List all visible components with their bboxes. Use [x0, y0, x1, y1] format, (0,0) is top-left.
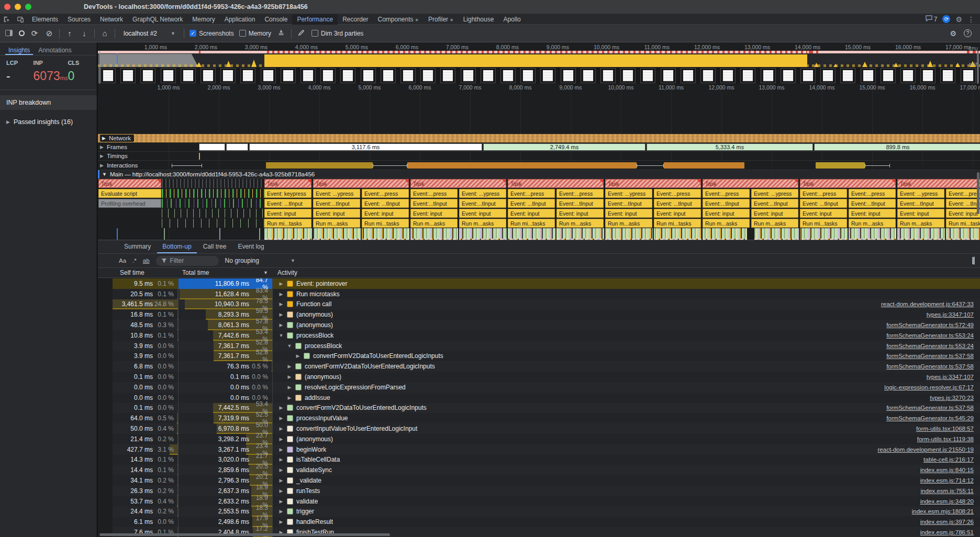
screenshot-thumbnail[interactable] — [400, 68, 416, 83]
source-location-link[interactable]: table-cell.js:216:17 — [923, 456, 974, 463]
flame-bar-event[interactable]: Event:...tInput — [459, 199, 506, 208]
detail-tab-event-log[interactable]: Event log — [232, 241, 269, 253]
toggle-details-pane-icon[interactable] — [974, 256, 975, 265]
screenshot-thumbnail[interactable] — [661, 68, 676, 83]
flame-bar-event[interactable]: Event: input — [410, 209, 458, 218]
flame-bar-event[interactable]: Run m...asks — [751, 219, 798, 228]
screenshot-thumbnail[interactable] — [820, 68, 836, 83]
expand-arrow-icon[interactable]: ▶ — [287, 374, 292, 379]
screenshot-thumbnail[interactable] — [961, 68, 976, 83]
flame-bar-event[interactable]: Event: ...ypress — [313, 189, 360, 198]
reload-and-record-button[interactable]: ⟳ — [30, 29, 39, 38]
flame-bar-event[interactable]: Event:...tInput — [703, 199, 750, 208]
flame-bar-event[interactable]: Event: ...ypress — [751, 189, 798, 198]
flame-bar-event[interactable]: Run mi...tasks — [800, 219, 847, 228]
flame-bar-event[interactable]: Event:...press — [362, 189, 409, 198]
screenshot-thumbnail[interactable] — [300, 68, 316, 83]
settings-gear-icon[interactable]: ⚙ — [955, 15, 962, 24]
flame-bar-event[interactable]: Event: ...tInput — [362, 199, 409, 208]
tab-apollo[interactable]: Apollo — [498, 14, 525, 25]
table-row[interactable]: 3.9 ms0.0 %7,361.7 ms52.8 %▶convertFormV… — [113, 351, 980, 362]
flame-bar-event[interactable]: Event: ...ypress — [605, 189, 652, 198]
inspect-element-icon[interactable] — [0, 14, 14, 25]
source-location-link[interactable]: react-dom.development.js:6437:33 — [881, 301, 974, 307]
clear-recording-button[interactable]: ⊘ — [44, 29, 54, 38]
screenshot-thumbnail[interactable] — [561, 68, 576, 83]
flame-bar-event[interactable]: Run mi...tasks — [946, 219, 980, 228]
flame-bar-event[interactable]: Event: input — [654, 209, 701, 218]
screenshot-thumbnail[interactable] — [101, 68, 116, 83]
expand-arrow-icon[interactable]: ▶ — [279, 301, 284, 307]
tab-memory[interactable]: Memory — [187, 14, 219, 25]
expand-arrow-icon[interactable]: ▶ — [279, 416, 284, 421]
source-location-link[interactable]: form-utils.tsx:1068:57 — [916, 426, 974, 432]
expand-arrow-icon[interactable]: ▶ — [279, 457, 284, 462]
match-whole-word-icon[interactable]: ab — [143, 258, 150, 264]
screenshot-thumbnail[interactable] — [201, 68, 216, 83]
flame-bar-event[interactable]: Event:...tInput — [410, 199, 458, 208]
source-location-link[interactable]: index.esm.js:840:15 — [920, 467, 974, 473]
interaction-bar[interactable] — [664, 162, 744, 169]
minimap-left-handle[interactable] — [98, 51, 101, 84]
source-location-link[interactable]: logic-expression-resolver.js:67:17 — [884, 384, 974, 390]
table-row[interactable]: 16.8 ms0.1 %8,293.3 ms59.5 %▶(anonymous)… — [113, 309, 980, 320]
flame-bar-event[interactable]: Event: input — [508, 209, 555, 218]
frame-segment[interactable]: 5,333.4 ms — [647, 143, 813, 151]
screenshot-thumbnail[interactable] — [800, 68, 816, 83]
source-location-link[interactable]: index.esm.js:755:11 — [921, 488, 974, 494]
table-row[interactable]: 48.5 ms0.3 %8,061.3 ms57.8 %▶(anonymous)… — [113, 320, 980, 330]
filter-input[interactable]: Filter — [156, 256, 219, 266]
screenshot-thumbnail[interactable] — [340, 68, 355, 83]
sidebar-tab-annotations[interactable]: Annotations — [35, 46, 74, 55]
flame-bar-task[interactable]: Task — [410, 179, 506, 188]
expand-arrow-icon[interactable]: ▶ — [279, 405, 284, 410]
tab-network[interactable]: Network — [95, 14, 128, 25]
tab-lighthouse[interactable]: Lighthouse — [459, 14, 499, 25]
flame-bar[interactable]: Profiling overhead — [98, 199, 161, 208]
flame-bar-event[interactable]: Event:...press — [508, 189, 555, 198]
table-row[interactable]: 9.5 ms0.1 %11,806.9 ms84.7 %▶Event: poin… — [113, 278, 980, 289]
flame-bar-event[interactable]: Event:...tInput — [605, 199, 652, 208]
screenshot-thumbnail[interactable] — [620, 68, 636, 83]
sidebar-tab-insights[interactable]: Insights — [5, 46, 33, 55]
flame-bar-event[interactable]: Event:...press — [556, 189, 604, 198]
flame-bar-event[interactable]: Run m...asks — [313, 219, 360, 228]
screenshot-thumbnail[interactable] — [900, 68, 916, 83]
expand-arrow-icon[interactable]: ▶ — [287, 395, 292, 400]
device-toolbar-icon[interactable] — [14, 14, 27, 25]
tab-graphql-network[interactable]: GraphQL Network — [128, 14, 187, 25]
flame-bar-event[interactable]: Event: input — [946, 209, 980, 218]
screenshot-thumbnail[interactable] — [640, 68, 655, 83]
expand-arrow-icon[interactable]: ▶ — [279, 519, 284, 524]
save-profile-button[interactable]: ↓ — [80, 29, 89, 38]
flame-bar-event[interactable]: Event:...tInput — [556, 199, 604, 208]
frames-track[interactable]: ▶Frames 3,117.6 ms2,749.4 ms5,333.4 ms89… — [98, 143, 980, 152]
screenshot-thumbnail[interactable] — [761, 68, 776, 83]
screenshot-thumbnail[interactable] — [500, 68, 516, 83]
flame-scrollbar[interactable] — [977, 172, 979, 214]
flame-bar-event[interactable]: Event:...press — [654, 189, 701, 198]
table-row[interactable]: 6.1 ms0.0 %2,498.6 ms17.9 %▶handleResult… — [113, 517, 980, 527]
screenshot-thumbnail[interactable] — [420, 68, 436, 83]
flame-bar-event[interactable]: Event: input — [605, 209, 652, 218]
expand-arrow-icon[interactable]: ▶ — [295, 353, 300, 359]
flame-bar-task[interactable]: Task — [264, 179, 311, 188]
flame-bar-event[interactable]: Event:...tInput — [897, 199, 944, 208]
flame-bar[interactable]: Evaluate script — [98, 189, 161, 198]
flame-bar-event[interactable]: Event: input — [459, 209, 506, 218]
expand-arrow-icon[interactable]: ▶ — [279, 322, 284, 328]
activity-column-header[interactable]: Activity — [272, 269, 297, 276]
flame-bar-event[interactable]: Event:...press — [410, 189, 458, 198]
tab-components[interactable]: Components∗ — [373, 14, 424, 25]
flame-bar-task[interactable]: Task — [313, 179, 409, 188]
flame-bar-event[interactable]: Event: ...tInput — [654, 199, 701, 208]
screenshot-thumbnail[interactable] — [240, 68, 255, 83]
interaction-bar[interactable] — [816, 162, 865, 169]
self-time-column-header[interactable]: Self time — [98, 269, 178, 276]
flame-bar-event[interactable]: Event:...press — [946, 189, 980, 198]
detail-tab-summary[interactable]: Summary — [119, 241, 156, 253]
flame-row-events-3[interactable]: Event: inputEvent: inputEvent: inputEven… — [98, 208, 980, 218]
dock-panel-icon[interactable] — [4, 29, 14, 38]
sync-status-icon[interactable]: ⟳ — [942, 15, 950, 23]
screenshot-thumbnail[interactable] — [181, 68, 196, 83]
